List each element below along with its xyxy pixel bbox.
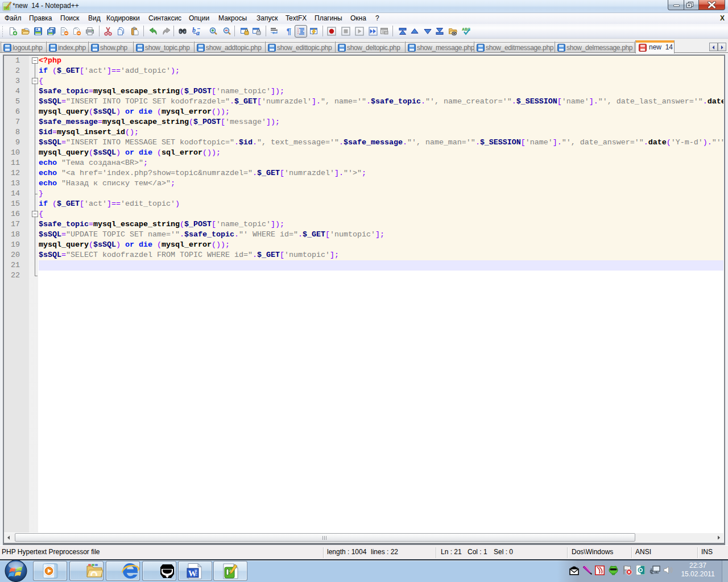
svg-text:a: a	[196, 29, 200, 36]
